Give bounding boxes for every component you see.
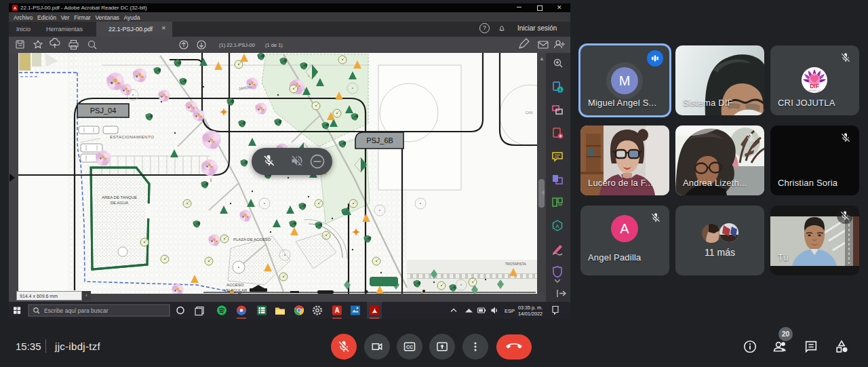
- svg-text:14/01/2022: 14/01/2022: [518, 311, 542, 317]
- svg-text:ESP: ESP: [505, 308, 515, 314]
- svg-text:03:35 p. m.: 03:35 p. m.: [518, 305, 542, 311]
- svg-text:A: A: [334, 307, 339, 314]
- svg-text:(1) 22.1-PSJ-00: (1) 22.1-PSJ-00: [219, 42, 255, 48]
- svg-text:DIF: DIF: [810, 83, 819, 90]
- svg-text:Escribe aquí para buscar: Escribe aquí para buscar: [44, 307, 108, 314]
- svg-text:PLAZA DE ACCESO: PLAZA DE ACCESO: [233, 237, 271, 242]
- svg-text:TROTAPISTA: TROTAPISTA: [505, 262, 526, 266]
- svg-text:ACCESO: ACCESO: [226, 283, 244, 287]
- svg-text:A: A: [555, 223, 559, 229]
- svg-text:AREA DE TANQUE: AREA DE TANQUE: [102, 195, 137, 199]
- svg-text:MORELOS: MORELOS: [808, 90, 821, 92]
- svg-text:ESTACIONAMIENTO: ESTACIONAMIENTO: [110, 134, 154, 139]
- svg-text:PSJ_04: PSJ_04: [90, 107, 117, 115]
- svg-text:CC: CC: [406, 345, 413, 350]
- svg-text:PSJ_6B: PSJ_6B: [366, 136, 393, 144]
- svg-text:DE AGUA: DE AGUA: [111, 201, 129, 205]
- svg-text:(1 de 1): (1 de 1): [265, 42, 283, 48]
- svg-text:VEHICULAR: VEHICULAR: [224, 288, 248, 292]
- svg-text:I: I: [210, 178, 212, 182]
- svg-text:CAN: CAN: [526, 111, 533, 115]
